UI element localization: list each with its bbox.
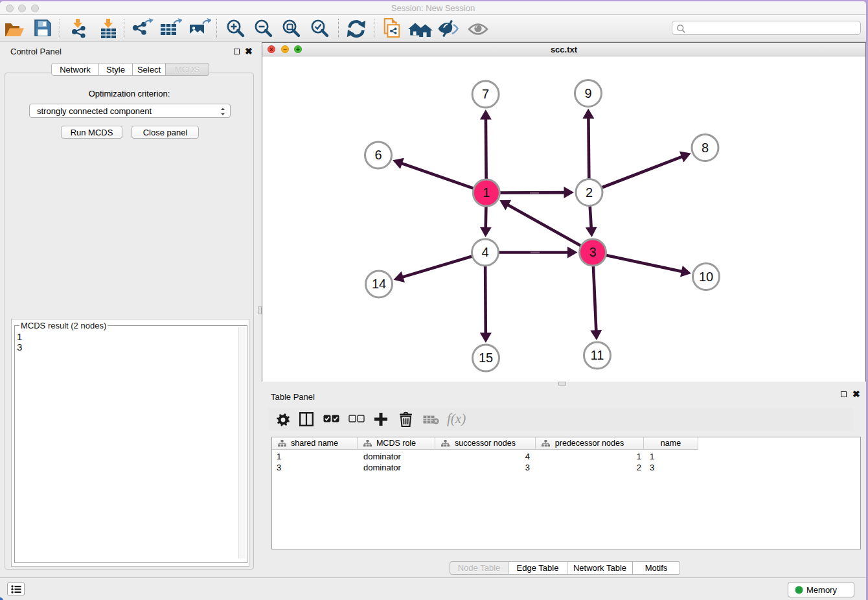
svg-text:14: 14 <box>372 277 386 291</box>
svg-text:11: 11 <box>591 348 604 362</box>
svg-text:4: 4 <box>481 245 488 259</box>
svg-text:10: 10 <box>699 270 713 284</box>
svg-text:8: 8 <box>702 141 709 155</box>
svg-text:6: 6 <box>374 148 382 162</box>
svg-text:15: 15 <box>479 351 493 365</box>
svg-text:2: 2 <box>586 185 593 200</box>
svg-text:7: 7 <box>482 87 489 101</box>
svg-text:9: 9 <box>584 86 591 100</box>
svg-text:3: 3 <box>589 245 596 259</box>
svg-text:1: 1 <box>483 185 490 200</box>
